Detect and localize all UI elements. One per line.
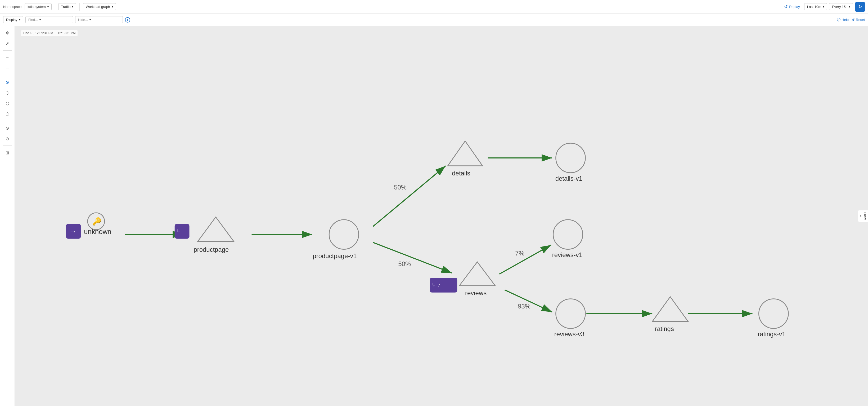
- nodes-button-3[interactable]: ⬡: [3, 109, 12, 119]
- top-bar-left: Namespace: istio-system ▾ Traffic ▾ Work…: [3, 3, 780, 10]
- reset-label: Reset: [856, 18, 865, 22]
- move-icon: ✥: [5, 30, 9, 35]
- reviews-v3-circle: [556, 299, 586, 329]
- display-dropdown[interactable]: Display ▾: [3, 16, 23, 23]
- details-label: details: [452, 170, 470, 177]
- map-button[interactable]: ⊞: [3, 148, 12, 157]
- nodes-icon-3: ⬡: [5, 112, 9, 117]
- sidebar-divider-1: [3, 50, 12, 51]
- nodes-button-2[interactable]: ⬡: [3, 98, 12, 108]
- map-icon: ⊞: [5, 150, 9, 155]
- nodes-icon-2: ⬡: [5, 101, 9, 106]
- key-icon: 🔑: [92, 217, 102, 226]
- ratings-label: ratings: [655, 325, 674, 332]
- arrow-right-icon-2: →: [5, 66, 9, 70]
- hide-dropdown[interactable]: Hide... ▾: [75, 16, 123, 23]
- sidebar: ✥ ⤢ → → ⊛ ⬡ ⬡ ⬡ ⊙ ⊙: [0, 26, 15, 406]
- chevron-down-icon-8: ▾: [90, 18, 91, 21]
- chevron-down-icon-5: ▾: [849, 5, 850, 8]
- chevron-down-icon-3: ▾: [112, 5, 113, 8]
- refresh-button[interactable]: ↻: [855, 2, 865, 12]
- reviews-label: reviews: [465, 289, 487, 296]
- details-v1-label: details-v1: [555, 175, 582, 182]
- chevron-down-icon: ▾: [48, 5, 49, 8]
- show-chevron-icon: «: [859, 215, 863, 217]
- sidebar-divider-2: [3, 75, 12, 75]
- reviews-badge-icon: ⑂ ⇌: [432, 282, 441, 289]
- edge-label-50-details: 50%: [394, 184, 407, 191]
- replay-icon: ↺: [784, 4, 787, 9]
- chevron-down-icon-7: ▾: [39, 18, 41, 21]
- second-bar: Display ▾ Find... ▾ Hide... ▾ i ⓘ Help ↺…: [0, 14, 868, 26]
- ratings-v1-circle: [759, 299, 788, 329]
- info-icon: i: [125, 17, 130, 23]
- ratings-v1-label: ratings-v1: [758, 330, 786, 338]
- interval-dropdown[interactable]: Every 15s ▾: [829, 3, 853, 10]
- edge-productpagev1-details: [373, 166, 446, 227]
- find-dropdown[interactable]: Find... ▾: [25, 16, 73, 23]
- details-triangle: [447, 141, 482, 166]
- reviews-v3-label: reviews-v3: [554, 330, 585, 338]
- circle-dots-button-1[interactable]: ⊙: [3, 123, 12, 133]
- reviews-triangle: [459, 262, 495, 286]
- reset-button[interactable]: ↺ Reset: [852, 18, 865, 22]
- sidebar-divider-3: [3, 121, 12, 121]
- nodes-button-1[interactable]: ⬡: [3, 88, 12, 97]
- arrow-right-button-1[interactable]: →: [3, 53, 12, 62]
- last-time-label: Last 10m: [807, 5, 821, 9]
- move-button[interactable]: ✥: [3, 28, 12, 38]
- traffic-dropdown[interactable]: Traffic ▾: [58, 3, 76, 10]
- arrow-right-icon-1: →: [5, 55, 9, 60]
- unknown-badge-icon: →: [69, 227, 76, 236]
- edge-label-93: 93%: [518, 302, 530, 310]
- productpage-triangle: [198, 217, 234, 241]
- hide-label: Hide...: [78, 18, 88, 22]
- show-label: Show: [864, 212, 867, 220]
- display-label: Display: [6, 18, 18, 22]
- timestamp: Dec 18, 12:09:31 PM ... 12:19:31 PM: [21, 30, 78, 36]
- ratings-triangle: [652, 297, 688, 322]
- edge-productpagev1-reviews: [373, 242, 452, 273]
- namespace-value: istio-system: [28, 5, 46, 9]
- interval-label: Every 15s: [832, 5, 847, 9]
- namespace-label: Namespace:: [3, 5, 23, 9]
- chevron-down-icon-2: ▾: [72, 5, 73, 8]
- graph-type-dropdown[interactable]: Workload graph ▾: [83, 3, 116, 10]
- main-area: ✥ ⤢ → → ⊛ ⬡ ⬡ ⬡ ⊙ ⊙: [0, 26, 868, 406]
- graph-type-label: Workload graph: [86, 5, 110, 9]
- reviews-v1-circle: [553, 220, 583, 250]
- productpage-v1-circle: [329, 220, 359, 250]
- namespace-dropdown[interactable]: istio-system ▾: [25, 3, 52, 10]
- help-button[interactable]: ⓘ Help: [837, 18, 849, 22]
- graph-svg: 50% 50% 7% 93% → unknown ⑂: [15, 26, 868, 406]
- edge-label-50-reviews: 50%: [398, 260, 411, 267]
- help-label: Help: [841, 18, 849, 22]
- help-circle-icon: ⓘ: [837, 18, 840, 22]
- reviews-v1-label: reviews-v1: [552, 251, 582, 258]
- last-time-dropdown[interactable]: Last 10m ▾: [804, 3, 827, 10]
- show-panel[interactable]: Show «: [858, 210, 868, 222]
- productpage-badge-icon: ⑂: [177, 228, 181, 235]
- edge-reviews-reviewsv1: [499, 245, 551, 274]
- network-button[interactable]: ⊛: [3, 77, 12, 87]
- edge-label-7: 7%: [515, 250, 524, 257]
- circle-dots-button-2[interactable]: ⊙: [3, 134, 12, 143]
- second-bar-right: ⓘ Help ↺ Reset: [837, 18, 865, 22]
- find-label: Find...: [28, 18, 38, 22]
- unknown-label: unknown: [84, 228, 112, 235]
- details-v1-circle: [556, 143, 586, 173]
- productpage-label: productpage: [193, 246, 229, 253]
- sidebar-divider-4: [3, 145, 12, 146]
- circle-dots-icon-1: ⊙: [5, 126, 9, 130]
- arrow-right-button-2[interactable]: →: [3, 63, 12, 73]
- chevron-down-icon-6: ▾: [19, 18, 20, 21]
- reset-icon: ↺: [852, 18, 855, 22]
- expand-button[interactable]: ⤢: [3, 39, 12, 48]
- productpage-v1-label: productpage-v1: [313, 252, 357, 259]
- top-bar: Namespace: istio-system ▾ Traffic ▾ Work…: [0, 0, 868, 14]
- refresh-icon: ↻: [859, 4, 862, 9]
- top-bar-right: ↺ Replay Last 10m ▾ Every 15s ▾ ↻: [782, 2, 865, 12]
- replay-button[interactable]: ↺ Replay: [782, 3, 802, 10]
- circle-dots-icon-2: ⊙: [5, 136, 9, 141]
- graph-area: Dec 18, 12:09:31 PM ... 12:19:31 PM 50% …: [15, 26, 868, 406]
